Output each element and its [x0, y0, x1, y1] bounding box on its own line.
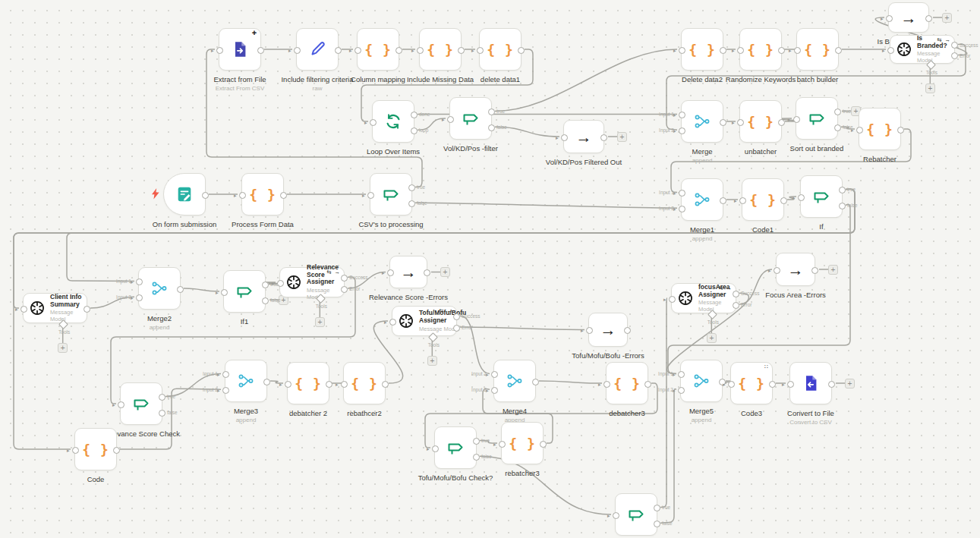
node-delete-data2[interactable]: { }▸Delete data2 — [681, 28, 723, 71]
input-port[interactable] — [417, 47, 424, 54]
output-port[interactable] — [202, 192, 209, 199]
node-box-form-trigger[interactable] — [163, 173, 206, 216]
add-node-button[interactable]: + — [942, 13, 952, 23]
node-box-isbranded-errors-arrow[interactable]: →▸ — [888, 2, 929, 33]
input-port[interactable] — [603, 381, 610, 388]
node-include-missing[interactable]: { }▸Include Missing Data — [419, 28, 462, 71]
node-loop-over-items[interactable]: ▸doneloopLoop Over Items — [372, 100, 414, 143]
input-port[interactable] — [787, 381, 794, 388]
output-port[interactable] — [780, 197, 787, 204]
output-port[interactable] — [839, 203, 846, 209]
output-port[interactable] — [341, 275, 348, 282]
output-port[interactable] — [257, 47, 264, 54]
input-port[interactable] — [613, 512, 619, 519]
node-sort-branded[interactable]: ▸truefalseSort out branded — [796, 97, 838, 140]
node-if-node[interactable]: ▸truefalseIf — [800, 175, 843, 218]
node-box-include-missing[interactable]: { }▸ — [419, 28, 462, 71]
node-form-trigger[interactable]: On form submission — [163, 173, 206, 216]
output-port[interactable] — [720, 119, 726, 126]
output-port[interactable] — [159, 410, 165, 417]
node-box-merge1[interactable]: ▸Input 1▸Input 2 — [681, 178, 723, 221]
node-code3[interactable]: { }∷▸Code3 — [730, 362, 773, 404]
node-column-mapping[interactable]: { }▸Column mapping — [357, 28, 399, 71]
node-rebatcher3[interactable]: { }▸rebatcher3 — [501, 422, 544, 464]
output-port[interactable] — [835, 47, 842, 54]
input-port[interactable] — [118, 401, 124, 408]
node-box-rebatcher[interactable]: { }▸ — [859, 108, 901, 150]
node-tofu-check[interactable]: ▸truefalseTofu/Mofu/Bofu Check? — [434, 426, 477, 469]
node-batch-builder[interactable]: { }▸batch builder — [796, 28, 839, 71]
node-box-psc[interactable]: ▸truefalse — [615, 493, 657, 536]
node-box-code[interactable]: { }▸ — [74, 428, 117, 470]
add-tool-button[interactable]: + — [58, 343, 68, 353]
node-merge4[interactable]: ▸Input 1▸Input 2Merge4append — [493, 360, 536, 402]
node-debatcher2[interactable]: { }▸debatcher 2 — [287, 362, 329, 404]
node-box-rebatcher3[interactable]: { }▸ — [501, 422, 544, 464]
node-box-include-filtering[interactable]: ▸ — [296, 28, 339, 71]
output-port[interactable] — [719, 379, 726, 385]
input-port[interactable] — [491, 371, 498, 378]
input-port[interactable] — [355, 47, 361, 54]
node-box-if1[interactable]: ▸truefalse — [223, 270, 266, 313]
input-port[interactable] — [20, 306, 27, 313]
output-port[interactable] — [84, 306, 90, 313]
input-port[interactable] — [341, 381, 348, 388]
output-port[interactable] — [518, 47, 525, 54]
node-debatcher3[interactable]: { }▸debatcher3 — [606, 362, 648, 404]
output-port[interactable] — [925, 15, 932, 22]
input-port[interactable] — [887, 47, 894, 54]
input-port[interactable] — [561, 134, 568, 141]
output-port[interactable] — [654, 505, 660, 511]
input-port[interactable] — [679, 206, 685, 212]
output-port[interactable] — [408, 200, 415, 207]
output-port[interactable] — [839, 187, 846, 193]
node-rebathcer2[interactable]: { }▸rebathcer2 — [343, 362, 386, 404]
node-volkd-filter[interactable]: ▸truefalseVol/KD/Pos -filter — [449, 97, 492, 140]
node-client-info[interactable]: Client Info SummaryMessage Model▸Tools — [23, 293, 87, 323]
input-port[interactable] — [367, 192, 374, 199]
node-is-branded[interactable]: Is Branded?Message Model⇆ →▸SuccessError… — [890, 35, 955, 64]
node-box-focusarea[interactable]: focusArea AssignerMessage Model⇆ →▸Succe… — [671, 283, 736, 313]
node-csv-processing[interactable]: ▸truefalseCSV's to processing — [370, 173, 412, 216]
output-port[interactable] — [458, 47, 465, 54]
node-box-debatcher2[interactable]: { }▸ — [287, 362, 329, 404]
node-box-if-node[interactable]: ▸truefalse — [800, 175, 843, 218]
node-delete-data1[interactable]: { }▸delete data1 — [479, 28, 522, 71]
node-tofu-assigner[interactable]: Tofu/Mofu/Bofu AssignerMessage Model⇆ →▸… — [392, 306, 457, 336]
node-box-code3[interactable]: { }∷▸ — [730, 362, 773, 404]
input-port[interactable] — [294, 47, 301, 54]
add-tool-button[interactable]: + — [925, 83, 935, 93]
input-port[interactable] — [222, 371, 229, 378]
output-port[interactable] — [473, 438, 480, 445]
output-port[interactable] — [828, 381, 835, 388]
output-port[interactable] — [733, 302, 739, 309]
add-node-button[interactable]: + — [440, 267, 450, 277]
node-box-tofu-check[interactable]: ▸truefalse — [434, 426, 477, 469]
node-box-randomize-keywords[interactable]: { }▸ — [739, 28, 782, 71]
node-if1[interactable]: ▸truefalseIf1 — [223, 270, 266, 313]
input-port[interactable] — [432, 445, 439, 452]
node-box-batch-builder[interactable]: { }▸ — [796, 28, 839, 71]
output-port[interactable] — [532, 379, 539, 385]
output-port[interactable] — [778, 47, 785, 54]
input-port[interactable] — [737, 119, 744, 126]
input-port[interactable] — [239, 192, 246, 199]
node-code1[interactable]: { }▸Code1 — [742, 178, 784, 221]
node-box-extract-file[interactable]: ✚▸ — [219, 28, 261, 71]
input-port[interactable] — [679, 190, 685, 197]
input-port[interactable] — [499, 441, 506, 448]
workflow-canvas[interactable]: ✚▸Extract from FileExtract From CSV▸Incl… — [0, 0, 980, 538]
node-box-volkd-filter[interactable]: ▸truefalse — [449, 97, 492, 140]
output-port[interactable] — [424, 269, 430, 276]
node-psc[interactable]: ▸truefalseProduct/Service Check? — [615, 493, 657, 536]
input-port[interactable] — [774, 267, 780, 274]
node-box-convert-file[interactable]: ▸ — [789, 362, 832, 404]
output-port[interactable] — [335, 47, 342, 54]
node-box-rs-errors[interactable]: →▸ — [389, 256, 427, 288]
input-port[interactable] — [678, 387, 685, 394]
node-box-merge3[interactable]: ▸Input 1▸Input 2 — [225, 360, 267, 402]
add-node-button[interactable]: + — [617, 132, 627, 142]
output-port[interactable] — [488, 109, 495, 115]
node-merge5[interactable]: ▸Input 1▸Input 2Merge5append — [680, 360, 723, 402]
node-rebatcher[interactable]: { }▸Rebatcher — [859, 108, 901, 150]
